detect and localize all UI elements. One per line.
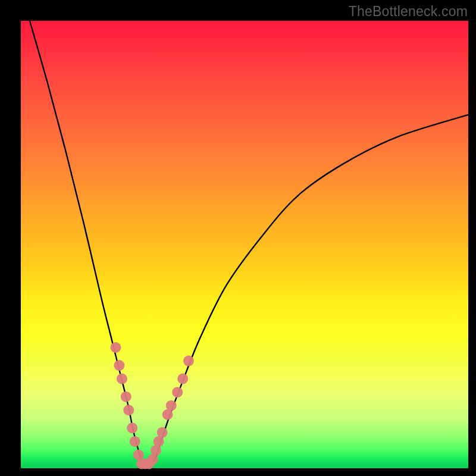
marker-dot [172, 387, 183, 397]
marker-dot [130, 436, 140, 447]
marker-dot [114, 360, 124, 371]
marker-dot [127, 422, 137, 433]
marker-dot [166, 400, 177, 411]
marker-dot [177, 374, 188, 384]
marker-dot [117, 374, 127, 384]
marker-dot [183, 356, 194, 367]
bottleneck-curve [21, 21, 468, 468]
marker-dot [110, 342, 121, 353]
marker-dot [123, 405, 134, 415]
plot-area [21, 21, 468, 468]
marker-dot [157, 427, 168, 438]
marker-dot [121, 392, 131, 402]
chart-frame: TheBottleneck.com [0, 0, 476, 476]
watermark-text: TheBottleneck.com [349, 4, 468, 20]
